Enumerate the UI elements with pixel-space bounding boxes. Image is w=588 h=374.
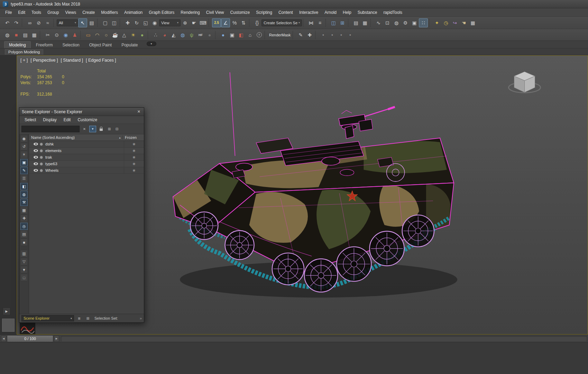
toggle-scene-explorer-icon[interactable]: ◫ — [329, 18, 338, 27]
pyramid-icon[interactable]: ◭ — [169, 30, 178, 39]
toggle-layer-explorer-icon[interactable]: ⊞ — [338, 18, 347, 27]
se-filter-combinations-icon[interactable]: ▽ — [20, 258, 28, 265]
se-filter-icon[interactable]: ▼ — [89, 126, 96, 132]
column-header-frozen[interactable]: Frozen — [122, 135, 143, 140]
se-display-grid-icon[interactable]: ▦ — [20, 207, 28, 214]
select-and-link-icon[interactable]: ∞ — [25, 18, 34, 27]
menu-edit[interactable]: Edit — [15, 9, 28, 16]
menu-scripting[interactable]: Scripting — [253, 9, 275, 16]
angle-snap-icon[interactable]: ∠ — [221, 18, 230, 27]
character-icon[interactable]: ♟ — [70, 30, 79, 39]
material-map-icon[interactable]: ◍ — [3, 30, 12, 39]
indicator-dot-2[interactable]: • — [328, 30, 337, 39]
reference-coordinate-dropdown[interactable]: View ▾ — [159, 19, 181, 26]
se-expand-all-icon[interactable]: ⊞ — [106, 126, 113, 132]
render-setup-icon[interactable]: ⚙ — [401, 18, 410, 27]
ribbon-config-dropdown[interactable]: ▾ — [147, 42, 156, 46]
select-and-scale-icon[interactable]: ◱ — [141, 18, 150, 27]
rectangular-selection-icon[interactable]: ▢ — [101, 18, 110, 27]
se-advanced-filter-icon[interactable]: ▼ — [20, 266, 28, 273]
tab-object-paint[interactable]: Object Paint — [85, 42, 116, 48]
maxscript-mini-listener[interactable] — [19, 321, 36, 335]
frozen-toggle-icon[interactable]: ✱ — [124, 141, 144, 147]
polygon-modeling-panel[interactable]: Polygon Modeling — [5, 49, 43, 55]
visibility-eye-icon[interactable] — [34, 143, 38, 145]
se-clear-search-icon[interactable]: ✕ — [81, 126, 88, 132]
align-icon[interactable]: ≡ — [315, 18, 324, 27]
se-collapse-all-icon[interactable]: ⊟ — [113, 126, 120, 132]
visibility-eye-icon[interactable] — [34, 149, 38, 152]
blue-sphere-icon[interactable]: ● — [219, 30, 228, 39]
use-pivot-center-icon[interactable]: ⊕ — [181, 18, 190, 27]
se-display-visibility-icon[interactable]: ◎ — [20, 223, 28, 230]
se-menu-select[interactable]: Select — [21, 117, 39, 123]
hf-tool-icon[interactable]: HF — [196, 30, 205, 39]
viewport-display-mode-menu[interactable]: [ Edged Faces ] — [86, 58, 116, 63]
rapidtools-arrow-icon[interactable]: ↪ — [450, 18, 459, 27]
layer-manager-icon[interactable]: ▤ — [351, 18, 360, 27]
rapidtools-star-icon[interactable]: ✦ — [432, 18, 441, 27]
rendermask-button[interactable]: RenderMask — [268, 30, 292, 39]
keyboard-override-icon[interactable]: ⌨ — [199, 18, 208, 27]
sphere-primitive-icon[interactable]: ● — [138, 30, 147, 39]
undo-icon[interactable]: ↶ — [3, 18, 12, 27]
menu-tools[interactable]: Tools — [28, 9, 44, 16]
snap-toggle-icon[interactable]: 2.5 — [212, 18, 221, 27]
grid-dots-icon[interactable]: ∷ — [419, 18, 428, 27]
se-menu-customize[interactable]: Customize — [74, 117, 100, 123]
new-explorer-icon[interactable]: ⊞ — [84, 315, 91, 322]
rendered-frame-icon[interactable]: ▣ — [410, 18, 419, 27]
named-selection-dropdown[interactable]: Create Selection Se ▾ — [261, 19, 302, 26]
se-menu-edit[interactable]: Edit — [61, 117, 74, 123]
se-sync-selection-icon[interactable]: ↺ — [20, 143, 28, 150]
half-red-icon[interactable]: ◧ — [237, 30, 246, 39]
viewcube[interactable] — [508, 72, 540, 93]
se-display-groups-icon[interactable]: ◧ — [20, 183, 28, 190]
dome-primitive-icon[interactable]: ◠ — [93, 30, 102, 39]
window-crossing-icon[interactable]: ◫ — [110, 18, 119, 27]
se-display-xrefs-icon[interactable]: ◍ — [20, 191, 28, 198]
se-display-helpers-icon[interactable]: ✎ — [20, 167, 28, 174]
se-display-notes-icon[interactable]: ▤ — [20, 231, 28, 238]
foliage-icon[interactable]: ψ — [187, 30, 196, 39]
tab-freeform[interactable]: Freeform — [31, 42, 57, 48]
toggle-ribbon-icon[interactable]: ▦ — [360, 18, 369, 27]
se-menu-display[interactable]: Display — [40, 117, 59, 123]
tab-selection[interactable]: Selection — [58, 42, 84, 48]
indicator-dot-1[interactable]: • — [319, 30, 328, 39]
visibility-eye-icon[interactable] — [34, 162, 38, 165]
close-icon[interactable]: ✕ — [136, 109, 141, 114]
sun-icon[interactable]: ☀ — [129, 30, 138, 39]
expand-panel-button[interactable]: ▶ — [3, 308, 10, 315]
more-chevrons-icon[interactable]: » — [140, 316, 142, 320]
menu-group[interactable]: Group — [44, 9, 62, 16]
curve-editor-icon[interactable]: ∿ — [374, 18, 383, 27]
scissors-icon[interactable]: ✂ — [43, 30, 52, 39]
se-lock-button[interactable] — [98, 126, 104, 132]
schematic-view-icon[interactable]: ⊡ — [383, 18, 392, 27]
menu-customize[interactable]: Customize — [227, 9, 253, 16]
scene-object-row[interactable]: Wheels ✱ — [29, 167, 144, 174]
knife-icon[interactable]: ✎ — [296, 30, 305, 39]
sheet-icon[interactable]: ▤ — [21, 30, 30, 39]
percent-snap-icon[interactable]: % — [230, 18, 239, 27]
time-slider-thumb[interactable]: 0 / 100 — [7, 335, 53, 342]
building-icon[interactable]: ⌂ — [246, 30, 255, 39]
visibility-eye-icon[interactable] — [34, 169, 38, 172]
menu-arnold[interactable]: Arnold — [321, 9, 340, 16]
target-icon[interactable]: ⊙ — [52, 30, 61, 39]
menu-substance[interactable]: Substance — [355, 9, 380, 16]
unlink-selection-icon[interactable]: ⊘ — [34, 18, 43, 27]
se-search-input[interactable] — [21, 126, 80, 132]
explorer-layers-icon[interactable]: ≣ — [76, 315, 83, 322]
se-display-sort-icon[interactable]: ◉ — [20, 135, 28, 142]
se-display-layers-icon[interactable]: ☰ — [20, 175, 28, 182]
explorer-preset-dropdown[interactable]: Scene Explorer ▾ — [21, 315, 74, 321]
frozen-toggle-icon[interactable]: ✱ — [124, 148, 144, 154]
se-display-shapes-icon[interactable]: ✚ — [20, 215, 28, 222]
help-icon[interactable]: ? — [255, 30, 264, 39]
dark-sphere-icon[interactable]: ● — [205, 30, 214, 39]
se-display-frozen-icon[interactable]: ■ — [20, 239, 28, 246]
menu-content[interactable]: Content — [275, 9, 296, 16]
scene-object-row[interactable]: dshk ✱ — [29, 141, 144, 148]
